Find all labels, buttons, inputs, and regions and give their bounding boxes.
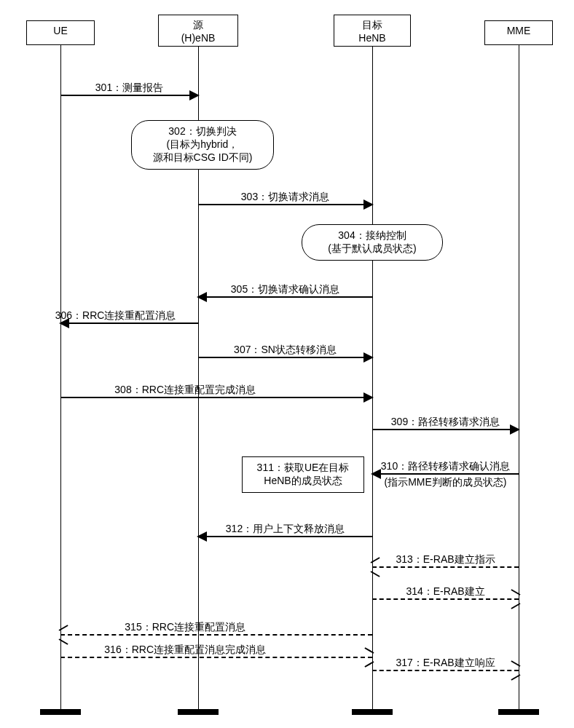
lifeline-target-henb	[372, 47, 373, 709]
msg-317: 317：E-RAB建立响应	[372, 670, 519, 671]
msg-310-label: 310：路径转移请求确认消息	[381, 460, 510, 473]
arrow-left-icon	[59, 318, 69, 328]
msg-309: 309：路径转移请求消息	[372, 429, 519, 430]
arrow-right-icon	[363, 392, 374, 403]
msg-308-label: 308：RRC连接重配置完成消息	[114, 384, 256, 397]
endbar-target-henb	[352, 709, 393, 715]
arrow-left-icon	[371, 469, 381, 479]
note-302-line2: (目标为hybrid，	[141, 138, 264, 151]
msg-316: 316：RRC连接重配置消息完成消息	[60, 657, 372, 658]
msg-306-label: 306：RRC连接重配置消息	[55, 309, 176, 323]
actor-source-label-1: 源	[159, 18, 237, 31]
note-311: 311：获取UE在目标 HeNB的成员状态	[242, 456, 364, 493]
msg-314: 314：E-RAB建立	[372, 598, 519, 600]
msg-316-label: 316：RRC连接重配置消息完成消息	[104, 644, 266, 657]
endbar-ue	[40, 709, 81, 715]
note-304-line2: (基于默认成员状态)	[311, 242, 433, 256]
arrow-left-icon	[197, 292, 207, 302]
actor-target-label-1: 目标	[334, 18, 410, 31]
arrow-right-icon	[363, 199, 374, 210]
msg-312-label: 312：用户上下文释放消息	[226, 523, 345, 536]
msg-312: 312：用户上下文释放消息	[198, 536, 372, 537]
note-311-line2: HeNB的成员状态	[248, 475, 358, 488]
open-arrow-left-icon	[371, 562, 381, 572]
msg-309-label: 309：路径转移请求消息	[391, 416, 500, 429]
arrow-right-icon	[363, 352, 374, 363]
msg-315-label: 315：RRC连接重配置消息	[125, 621, 245, 634]
msg-313-label: 313：E-RAB建立指示	[396, 553, 495, 566]
msg-303-label: 303：切换请求消息	[241, 191, 329, 204]
note-302-line1: 302：切换判决	[141, 125, 264, 138]
note-304-line1: 304：接纳控制	[311, 229, 433, 242]
endbar-source-henb	[178, 709, 219, 715]
sequence-diagram: UE 源 (H)eNB 目标 HeNB MME 301：测量报告 302：切换判…	[0, 0, 574, 728]
msg-317-label: 317：E-RAB建立响应	[396, 657, 495, 670]
note-311-line1: 311：获取UE在目标	[248, 462, 358, 475]
msg-315: 315：RRC连接重配置消息	[60, 634, 372, 636]
open-arrow-left-icon	[59, 630, 69, 640]
msg-310-label2: (指示MME判断的成员状态)	[385, 476, 507, 489]
open-arrow-right-icon	[510, 594, 520, 604]
msg-306: 306：RRC连接重配置消息	[60, 323, 198, 324]
msg-308: 308：RRC连接重配置完成消息	[60, 397, 372, 398]
lifeline-mme	[519, 45, 519, 709]
msg-301: 301：测量报告	[60, 95, 198, 96]
msg-314-label: 314：E-RAB建立	[406, 585, 484, 598]
endbar-mme	[498, 709, 539, 715]
actor-mme-label: MME	[485, 24, 552, 37]
actor-mme: MME	[484, 20, 553, 45]
note-302: 302：切换判决 (目标为hybrid， 源和目标CSG ID不同)	[131, 120, 274, 170]
open-arrow-right-icon	[363, 652, 374, 662]
msg-301-label: 301：测量报告	[95, 82, 163, 95]
note-304: 304：接纳控制 (基于默认成员状态)	[302, 224, 443, 261]
arrow-right-icon	[510, 424, 520, 435]
arrow-right-icon	[189, 90, 200, 100]
actor-ue: UE	[26, 20, 95, 45]
msg-307: 307：SN状态转移消息	[198, 357, 372, 358]
msg-313: 313：E-RAB建立指示	[372, 566, 519, 568]
actor-ue-label: UE	[27, 24, 94, 37]
open-arrow-right-icon	[510, 665, 520, 676]
msg-307-label: 307：SN状态转移消息	[234, 344, 337, 357]
msg-305-label: 305：切换请求确认消息	[231, 283, 339, 296]
msg-310: 310：路径转移请求确认消息 (指示MME判断的成员状态)	[372, 473, 519, 475]
msg-305: 305：切换请求确认消息	[198, 296, 372, 298]
actor-source-henb: 源 (H)eNB	[158, 15, 238, 47]
lifeline-ue	[60, 45, 61, 709]
arrow-left-icon	[197, 531, 207, 542]
note-302-line3: 源和目标CSG ID不同)	[141, 151, 264, 165]
actor-target-label-2: HeNB	[334, 31, 410, 44]
actor-target-henb: 目标 HeNB	[334, 15, 411, 47]
msg-303: 303：切换请求消息	[198, 204, 372, 205]
actor-source-label-2: (H)eNB	[159, 31, 237, 44]
